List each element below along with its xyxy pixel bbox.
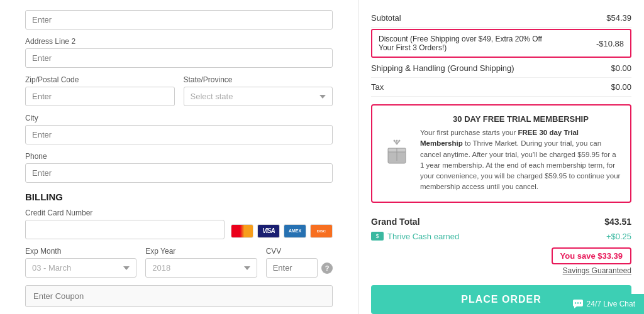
savings-guaranteed[interactable]: Savings Guaranteed [563,266,631,275]
amex-icon: AMEX [284,224,306,238]
address-line1-group [25,10,333,30]
zip-state-row: Zip/Postal Code State/Province Select st… [25,75,333,114]
trial-box: 30 DAY FREE TRIAL MEMBERSHIP Your first … [371,104,631,203]
coupon-input[interactable] [25,285,333,307]
state-select[interactable]: Select state [184,87,333,106]
right-panel: Subtotal $54.39 Discount (Free Shipping … [358,0,644,314]
cash-label: Thrive Cash earned [387,232,459,241]
phone-group: Phone [25,152,333,183]
discount-label: Discount (Free Shipping over $49, Extra … [379,35,555,52]
city-group: City [25,114,333,144]
discover-icon: DISC [310,224,333,238]
city-label: City [25,114,333,122]
exp-month-select[interactable]: 03 - March [25,258,136,278]
shipping-label: Shipping & Handling (Ground Shipping) [371,63,514,73]
shipping-row: Shipping & Handling (Ground Shipping) $0… [371,59,631,78]
svg-point-6 [394,140,396,142]
cc-group: Credit Card Number VISA AMEX DISC [25,208,333,239]
cc-input[interactable] [25,220,225,239]
left-panel: Address Line 2 Zip/Postal Code State/Pro… [0,0,358,314]
address-line1-input[interactable] [25,10,333,30]
exp-year-label: Exp Year [145,247,257,256]
cash-label-wrapper: $ Thrive Cash earned [371,229,459,244]
cvv-row: ? [266,258,333,278]
svg-point-12 [577,302,578,303]
cash-row: $ Thrive Cash earned +$0.25 [371,229,631,244]
zip-input[interactable] [25,87,175,106]
savings-wrapper: You save $33.39 Savings Guaranteed [371,247,631,275]
cvv-input[interactable] [266,258,318,278]
svg-point-8 [399,140,401,142]
cc-label: Credit Card Number [25,208,333,217]
tax-label: Tax [371,82,384,92]
address-line2-input[interactable] [25,48,333,68]
cash-value: +$0.25 [606,232,631,241]
subtotal-value: $54.39 [606,13,631,23]
trial-content: 30 DAY FREE TRIAL MEMBERSHIP Your first … [420,114,621,193]
discount-value: -$10.88 [596,39,624,48]
visa-icon: VISA [257,224,280,238]
live-chat-button[interactable]: 24/7 Live Chat [564,294,644,314]
exp-month-label: Exp Month [25,247,136,256]
phone-label: Phone [25,152,333,161]
live-chat-label: 24/7 Live Chat [587,300,635,308]
exp-year-group: Exp Year 2018 [145,247,257,278]
tax-value: $0.00 [611,82,631,92]
exp-row: Exp Month 03 - March Exp Year 2018 CVV ? [25,247,333,278]
address-line2-label: Address Line 2 [25,37,333,46]
cvv-label: CVV [266,247,333,256]
grand-total-row: Grand Total $43.51 [371,210,631,229]
svg-point-7 [396,140,398,142]
address-line2-group: Address Line 2 [25,37,333,68]
state-label: State/Province [184,75,333,84]
zip-group: Zip/Postal Code [25,75,175,106]
svg-point-11 [574,302,575,303]
billing-title: BILLING [25,192,333,202]
grand-total-label: Grand Total [371,217,420,227]
phone-input[interactable] [25,163,333,183]
exp-month-group: Exp Month 03 - March [25,247,136,278]
cvv-info-icon[interactable]: ? [321,263,333,274]
subtotal-row: Subtotal $54.39 [371,9,631,28]
trial-heading: 30 DAY FREE TRIAL MEMBERSHIP [420,114,621,124]
chat-bubble-icon [573,300,583,308]
state-group: State/Province Select state [184,75,333,106]
grand-total-value: $43.51 [604,217,631,227]
card-icons: VISA AMEX DISC [231,224,333,238]
subtotal-label: Subtotal [371,13,401,23]
trial-icon [381,114,413,193]
mastercard-icon [231,224,253,238]
shipping-value: $0.00 [611,63,631,73]
svg-marker-10 [574,306,577,308]
you-save-badge: You save $33.39 [552,247,632,264]
cvv-group: CVV ? [266,247,333,278]
tax-row: Tax $0.00 [371,78,631,97]
city-input[interactable] [25,125,333,144]
cash-icon: $ [371,232,384,241]
discount-box: Discount (Free Shipping over $49, Extra … [371,29,631,58]
exp-year-select[interactable]: 2018 [145,258,257,278]
coupon-group [25,285,333,307]
cc-input-wrapper: VISA AMEX DISC [25,220,333,239]
zip-label: Zip/Postal Code [25,75,175,84]
trial-body: Your first purchase starts your FREE 30 … [420,127,621,193]
svg-point-13 [579,302,580,303]
